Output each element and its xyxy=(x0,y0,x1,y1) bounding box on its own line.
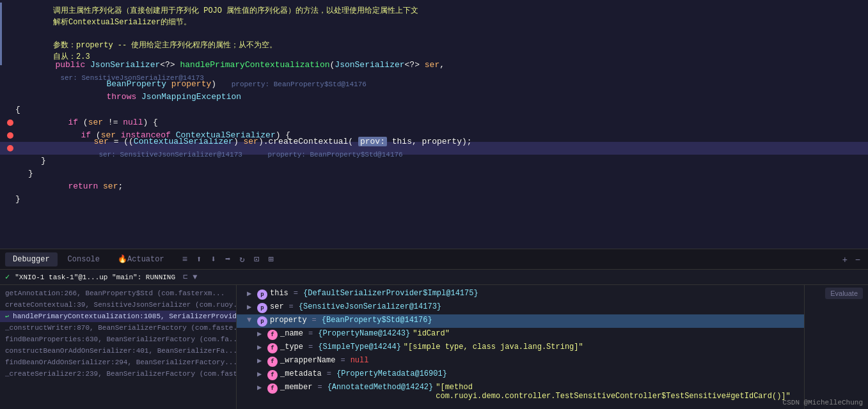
stack-text-6: constructBeanOrAddOnSerializer:401, Bean… xyxy=(5,347,236,355)
toolbar-icon-step-out[interactable]: ➡ xyxy=(223,252,233,266)
var-val-type: {SimpleType@14244} xyxy=(318,343,401,351)
toolbar-icon-step-into[interactable]: ⬇ xyxy=(208,252,218,266)
expand-ser-icon: ▶ xyxy=(247,302,255,312)
tab-actuator[interactable]: 🔥 Actuator xyxy=(110,252,172,266)
expand-metadata-icon: ▶ xyxy=(257,369,265,379)
var-row-property[interactable]: ▼ p property = {BeanProperty$Std@14176} xyxy=(237,314,804,328)
code-line-10: return ser; xyxy=(0,180,868,193)
var-icon-property: p xyxy=(257,316,267,327)
var-eq-member: = xyxy=(317,383,322,392)
var-row-wrappername[interactable]: ▶ f _wrapperName = null xyxy=(237,355,804,368)
toolbar-icon-list[interactable]: ≡ xyxy=(180,253,190,266)
var-name-type: _type xyxy=(280,343,303,351)
toolbar-icon-step-over[interactable]: ⬆ xyxy=(194,252,204,266)
var-eq-name: = xyxy=(308,329,313,338)
add-watch-button[interactable]: + xyxy=(840,254,850,265)
stack-item-5[interactable]: findBeanProperties:630, BeanSerializerFa… xyxy=(0,334,236,345)
code-line-8: } xyxy=(0,155,868,167)
var-val-this: {DefaultSerializerProvider$Impl@14175} xyxy=(303,289,478,298)
comment-line-2: 解析ContextualSerializer的细节。 xyxy=(53,17,868,28)
stack-item-3[interactable]: ↩ handlePrimaryContextualization:1085, S… xyxy=(0,311,236,322)
evaluate-section: Evaluate xyxy=(804,285,868,409)
var-row-this[interactable]: ▶ p this = {DefaultSerializerProvider$Im… xyxy=(237,288,804,301)
var-str-name: "idCard" xyxy=(413,329,450,338)
var-name-name: _name xyxy=(280,329,303,338)
var-eq-this: = xyxy=(294,289,298,298)
editor-area: 调用主属性序列化器（直接创建用于序列化 POJO 属性值的序列化器）的方法，以处… xyxy=(0,0,868,249)
var-name-metadata: _metadata xyxy=(280,369,322,378)
thread-selector: ✓ "XNIO-1 task-1"@1...up "main": RUNNING… xyxy=(0,270,868,285)
expand-name-icon: ▶ xyxy=(257,329,265,339)
var-name-property: property xyxy=(270,316,307,325)
var-eq-property: = xyxy=(312,316,317,325)
var-str-type: "[simple type, class java.lang.String]" xyxy=(404,343,583,351)
var-eq-metadata: = xyxy=(327,369,331,378)
stack-item-6[interactable]: constructBeanOrAddOnSerializer:401, Bean… xyxy=(0,345,236,357)
var-eq-ser: = xyxy=(289,302,294,311)
var-row-member[interactable]: ▶ f _member = {AnnotatedMethod@14242} "[… xyxy=(237,382,804,402)
toolbar-icon-stop[interactable]: ⊡ xyxy=(251,252,262,266)
stack-item-4[interactable]: _constructWriter:870, BeanSerializerFact… xyxy=(0,322,236,334)
var-val-metadata: {PropertyMetadata@16901} xyxy=(336,369,447,378)
var-val-ser: {SensitiveJsonSerializer@14173} xyxy=(299,302,441,311)
var-row-type[interactable]: ▶ f _type = {SimpleType@14244} "[simple … xyxy=(237,341,804,355)
var-val-wrappername: null xyxy=(351,356,369,365)
line-indicator-5 xyxy=(5,120,15,126)
expand-member-icon: ▶ xyxy=(257,383,265,392)
line-indicator-7 xyxy=(5,145,15,151)
stack-text-8: _createSerializer2:239, BeanSerializerFa… xyxy=(5,370,236,378)
line-content-11: } xyxy=(15,193,868,206)
stack-text-2: createContextual:39, SensitiveJsonSerial… xyxy=(5,301,236,309)
call-stack: getAnnotation:266, BeanProperty$Std (com… xyxy=(0,285,237,409)
thread-filter-icon[interactable]: ⊏ xyxy=(183,272,187,282)
comment-line-3 xyxy=(53,28,868,40)
var-icon-name: f xyxy=(267,330,278,340)
stack-item-2[interactable]: createContextual:39, SensitiveJsonSerial… xyxy=(0,299,236,311)
var-row-ser[interactable]: ▶ p ser = {SensitiveJsonSerializer@14173… xyxy=(237,301,804,314)
breakpoint-6 xyxy=(7,132,13,139)
toolbar-icon-grid[interactable]: ⊞ xyxy=(265,252,276,266)
stack-text-7: findBeanOrAddOnSerializer:294, BeanSeria… xyxy=(5,359,236,366)
var-row-metadata[interactable]: ▶ f _metadata = {PropertyMetadata@16901} xyxy=(237,368,804,382)
toolbar-icon-run-cursor[interactable]: ↻ xyxy=(237,252,247,266)
var-val-member: {AnnotatedMethod@14242} xyxy=(327,383,434,392)
thread-check-icon: ✓ xyxy=(5,272,10,282)
toolbar-icons: ≡ ⬆ ⬇ ➡ ↻ ⊡ ⊞ xyxy=(180,252,276,266)
var-str-member: "[method com.ruoyi.demo.controller.TestS… xyxy=(436,383,799,401)
bottom-panel: Debugger Console 🔥 Actuator ≡ ⬆ ⬇ ➡ ↻ ⊡ … xyxy=(0,249,868,409)
remove-watch-button[interactable]: − xyxy=(853,254,863,265)
thread-name: "XNIO-1 task-1"@1...up "main": RUNNING xyxy=(15,274,175,281)
var-name-wrappername: _wrapperName xyxy=(280,356,335,365)
var-row-name[interactable]: ▶ f _name = {PropertyName@14243} "idCard… xyxy=(237,328,804,341)
expand-this-icon: ▶ xyxy=(247,289,255,298)
stack-item-7[interactable]: findBeanOrAddOnSerializer:294, BeanSeria… xyxy=(0,357,236,368)
expand-property-icon: ▼ xyxy=(247,316,255,325)
actuator-icon: 🔥 xyxy=(118,254,127,264)
var-icon-member: f xyxy=(267,383,278,394)
var-icon-ser: p xyxy=(257,303,267,313)
var-name-this: this xyxy=(270,289,288,298)
return-arrow-icon: ↩ xyxy=(5,313,9,320)
stack-item-8[interactable]: _createSerializer2:239, BeanSerializerFa… xyxy=(0,368,236,380)
eval-controls: + − xyxy=(840,254,863,265)
code-line-11: } xyxy=(0,193,868,206)
evaluate-button[interactable]: Evaluate xyxy=(825,288,863,299)
stack-text-5: findBeanProperties:630, BeanSerializerFa… xyxy=(5,336,236,343)
var-eq-type: = xyxy=(308,343,313,351)
breakpoint-7 xyxy=(7,145,13,151)
stack-item-1[interactable]: getAnnotation:266, BeanProperty$Std (com… xyxy=(0,288,236,299)
expand-type-icon: ▶ xyxy=(257,343,265,352)
code-container: 调用主属性序列化器（直接创建用于序列化 POJO 属性值的序列化器）的方法，以处… xyxy=(0,0,868,208)
var-name-ser: ser xyxy=(270,302,284,311)
thread-dropdown-icon[interactable]: ▼ xyxy=(193,273,197,282)
stack-text-1: getAnnotation:266, BeanProperty$Std (com… xyxy=(5,289,225,297)
var-icon-wrappername: f xyxy=(267,357,278,367)
code-line-7: ser = ((ContextualSerializer) ser).creat… xyxy=(0,142,868,155)
panel-tabs: Debugger Console 🔥 Actuator ≡ ⬆ ⬇ ➡ ↻ ⊡ … xyxy=(0,249,868,270)
var-eq-wrappername: = xyxy=(340,356,345,365)
expand-wrappername-icon: ▶ xyxy=(257,356,265,366)
watermark: CSDN @MichelleChung xyxy=(783,399,863,406)
line-indicator-6 xyxy=(5,132,15,139)
tab-console[interactable]: Console xyxy=(60,252,107,266)
tab-debugger[interactable]: Debugger xyxy=(5,252,58,266)
